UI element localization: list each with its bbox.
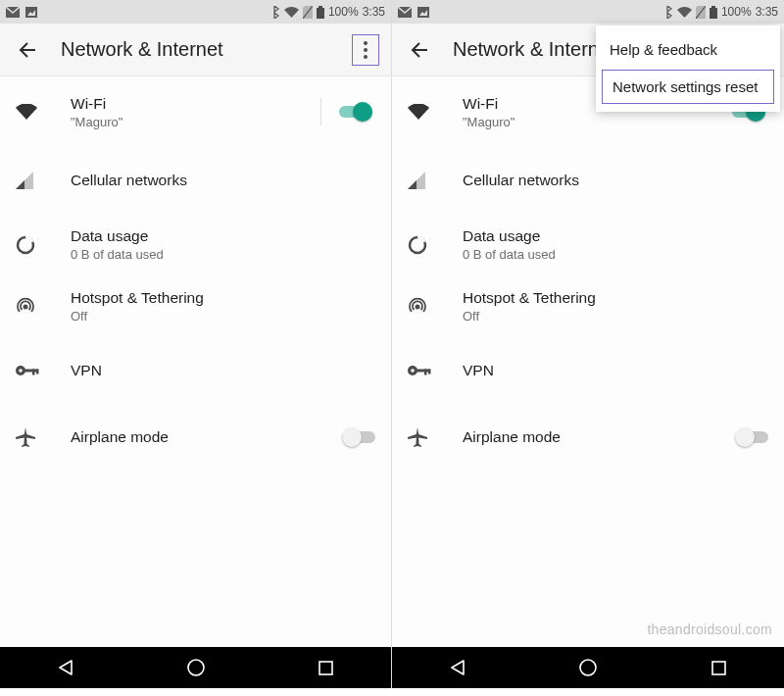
row-data-usage[interactable]: Data usage 0 B of data used <box>0 214 391 275</box>
row-hotspot[interactable]: Hotspot & Tethering Off <box>0 275 391 337</box>
svg-point-19 <box>188 660 204 675</box>
row-title: Data usage <box>463 227 768 245</box>
bluetooth-icon <box>272 6 280 19</box>
row-cellular[interactable]: Cellular networks <box>392 147 784 214</box>
nav-home[interactable] <box>157 647 235 688</box>
svg-marker-28 <box>408 180 416 189</box>
signal-icon <box>16 169 55 192</box>
svg-rect-22 <box>417 7 429 18</box>
battery-icon <box>317 6 324 19</box>
overflow-network-reset[interactable]: Network settings reset <box>602 70 774 104</box>
nav-recent[interactable] <box>287 647 366 688</box>
row-cellular[interactable]: Cellular networks <box>0 147 391 214</box>
row-airplane[interactable]: Airplane mode <box>392 404 784 471</box>
row-title: Hotspot & Tethering <box>463 289 768 307</box>
no-sim-icon <box>303 6 313 19</box>
clock: 3:35 <box>756 5 778 19</box>
more-vert-icon <box>364 41 368 59</box>
svg-point-6 <box>364 41 368 45</box>
svg-point-32 <box>411 369 415 373</box>
overflow-help-feedback[interactable]: Help & feedback <box>596 31 780 68</box>
row-hotspot[interactable]: Hotspot & Tethering Off <box>392 275 784 337</box>
svg-marker-10 <box>16 180 24 189</box>
row-vpn[interactable]: VPN <box>0 337 391 404</box>
nav-back[interactable] <box>418 647 497 688</box>
row-sub: 0 B of data used <box>463 247 768 262</box>
svg-marker-36 <box>452 661 464 674</box>
overflow-button[interactable] <box>352 34 379 66</box>
svg-rect-26 <box>711 6 715 8</box>
app-bar: Network & Internet <box>0 24 391 76</box>
row-title: Hotspot & Tethering <box>71 289 375 307</box>
status-bar: 100% 3:35 <box>0 0 391 24</box>
svg-rect-20 <box>319 662 332 674</box>
svg-rect-35 <box>428 370 431 374</box>
svg-point-30 <box>416 304 420 309</box>
row-title: Data usage <box>71 227 375 245</box>
hotspot-icon <box>16 295 55 319</box>
svg-point-7 <box>364 48 368 52</box>
svg-marker-18 <box>60 661 72 674</box>
wifi-toggle[interactable] <box>339 102 372 122</box>
gmail-icon <box>6 7 20 18</box>
wifi-icon-status <box>677 7 692 18</box>
data-usage-icon <box>408 233 447 257</box>
screen-right: 100% 3:35 Network & Internet Help & feed… <box>392 0 784 688</box>
battery-pct: 100% <box>721 5 752 19</box>
svg-rect-25 <box>710 8 717 19</box>
gmail-icon <box>398 7 412 18</box>
battery-icon <box>710 6 717 19</box>
nav-recent[interactable] <box>679 647 758 688</box>
image-icon <box>417 7 429 18</box>
row-title: VPN <box>71 362 375 379</box>
airplane-toggle[interactable] <box>735 427 768 447</box>
airplane-icon <box>408 425 447 449</box>
overflow-menu: Help & feedback Network settings reset <box>596 25 780 112</box>
vpn-key-icon <box>408 359 447 382</box>
svg-rect-15 <box>24 370 38 373</box>
airplane-icon <box>16 425 55 449</box>
airplane-toggle[interactable] <box>342 427 375 447</box>
svg-rect-33 <box>416 370 430 373</box>
bluetooth-icon <box>665 6 673 19</box>
svg-rect-17 <box>36 370 39 374</box>
row-title: Wi-Fi <box>71 95 320 113</box>
nav-back[interactable] <box>26 647 105 688</box>
row-vpn[interactable]: VPN <box>392 337 784 404</box>
nav-home[interactable] <box>549 647 627 688</box>
screen-left: 100% 3:35 Network & Internet Wi-Fi "Magu… <box>0 0 392 688</box>
row-title: Cellular networks <box>71 172 375 189</box>
settings-list: Wi-Fi "Maguro" Cellular networks Data us… <box>0 76 391 647</box>
row-wifi[interactable]: Wi-Fi "Maguro" <box>0 76 391 147</box>
svg-rect-34 <box>424 370 427 375</box>
divider <box>320 98 321 125</box>
row-sub: Off <box>463 309 768 323</box>
no-sim-icon <box>696 6 706 19</box>
vpn-key-icon <box>16 359 55 382</box>
watermark: theandroidsoul.com <box>647 621 772 637</box>
back-button[interactable] <box>12 34 43 66</box>
svg-rect-4 <box>317 8 324 19</box>
hotspot-icon <box>408 295 447 319</box>
wifi-icon-status <box>284 7 299 18</box>
image-icon <box>25 7 37 18</box>
page-title: Network & Internet <box>453 38 615 61</box>
row-sub: Off <box>71 309 375 323</box>
navigation-bar <box>392 647 784 688</box>
clock: 3:35 <box>363 5 385 19</box>
svg-point-12 <box>24 304 28 309</box>
battery-pct: 100% <box>328 5 359 19</box>
row-sub: "Maguro" <box>463 115 713 129</box>
svg-point-37 <box>580 660 596 675</box>
back-button[interactable] <box>404 34 435 66</box>
row-title: Airplane mode <box>463 428 713 446</box>
svg-point-14 <box>19 369 23 373</box>
row-data-usage[interactable]: Data usage 0 B of data used <box>392 214 784 275</box>
svg-rect-5 <box>318 6 322 8</box>
wifi-icon <box>408 100 447 124</box>
row-sub: 0 B of data used <box>71 247 375 262</box>
page-title: Network & Internet <box>61 38 223 61</box>
row-title: VPN <box>463 362 768 379</box>
row-airplane[interactable]: Airplane mode <box>0 404 391 471</box>
status-bar: 100% 3:35 <box>392 0 784 24</box>
